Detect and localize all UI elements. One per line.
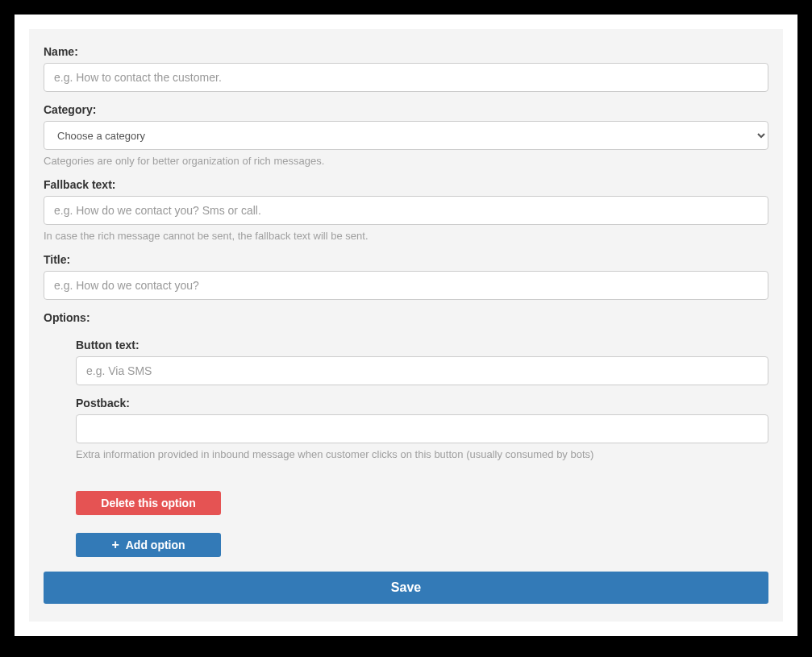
button-text-input[interactable]: [76, 356, 768, 385]
title-group: Title:: [44, 253, 768, 300]
fallback-label: Fallback text:: [44, 178, 768, 191]
category-group: Category: Choose a category Categories a…: [44, 103, 768, 167]
postback-help: Extra information provided in inbound me…: [76, 448, 768, 460]
postback-group: Postback: Extra information provided in …: [76, 397, 768, 460]
fallback-help: In case the rich message cannot be sent,…: [44, 230, 768, 242]
postback-label: Postback:: [76, 397, 768, 410]
button-text-label: Button text:: [76, 339, 768, 351]
fallback-group: Fallback text: In case the rich message …: [44, 178, 768, 242]
name-group: Name:: [44, 45, 768, 92]
title-label: Title:: [44, 253, 768, 266]
add-option-label: Add option: [126, 537, 185, 553]
delete-option-button[interactable]: Delete this option: [76, 491, 221, 515]
add-option-button[interactable]: + Add option: [76, 533, 221, 557]
page-container: Name: Category: Choose a category Catego…: [15, 15, 797, 636]
postback-input[interactable]: [76, 414, 768, 443]
plus-icon: +: [111, 538, 119, 551]
category-label: Category:: [44, 103, 768, 116]
name-input[interactable]: [44, 63, 768, 92]
fallback-input[interactable]: [44, 196, 768, 225]
title-input[interactable]: [44, 271, 768, 300]
name-label: Name:: [44, 45, 768, 58]
category-help: Categories are only for better organizat…: [44, 155, 768, 167]
save-button[interactable]: Save: [44, 572, 768, 604]
options-label: Options:: [44, 311, 768, 324]
save-label: Save: [391, 579, 421, 597]
form-panel: Name: Category: Choose a category Catego…: [29, 29, 783, 622]
button-text-group: Button text:: [76, 339, 768, 385]
category-select[interactable]: Choose a category: [44, 121, 768, 150]
delete-option-label: Delete this option: [101, 495, 195, 511]
options-container: Button text: Postback: Extra information…: [76, 339, 768, 557]
